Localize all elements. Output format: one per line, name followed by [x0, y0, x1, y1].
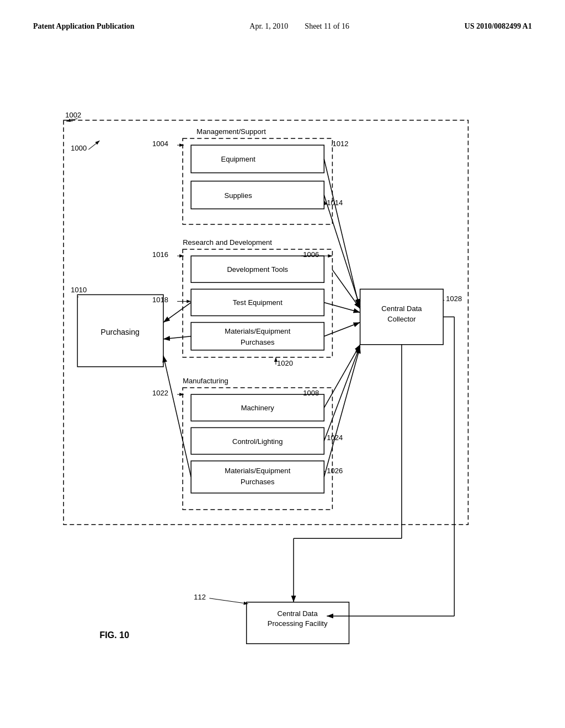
page: Patent Application Publication Apr. 1, 2…: [0, 0, 565, 728]
svg-line-23: [324, 346, 360, 441]
svg-line-19: [332, 270, 360, 308]
svg-line-24: [324, 347, 360, 477]
label-mfg-materials-2: Purchases: [241, 478, 275, 486]
label-1008: 1008: [303, 389, 319, 397]
label-cdpf-2: Processing Facility: [268, 619, 328, 628]
label-rd-materials-2: Purchases: [241, 338, 275, 346]
label-1028: 1028: [446, 295, 462, 303]
label-1016: 1016: [152, 250, 168, 259]
label-machinery: Machinery: [241, 404, 275, 412]
svg-line-20: [324, 302, 360, 312]
label-1012: 1012: [332, 140, 348, 148]
label-test-equipment: Test Equipment: [233, 298, 282, 307]
label-1002: 1002: [65, 111, 81, 119]
header-publication-type: Patent Application Publication: [33, 22, 135, 31]
header-center: Apr. 1, 2010 Sheet 11 of 16: [249, 22, 349, 31]
svg-line-17: [324, 159, 359, 306]
label-management-support: Management/Support: [196, 127, 266, 136]
label-1000: 1000: [71, 144, 87, 152]
label-112: 112: [194, 593, 206, 601]
svg-line-25: [163, 302, 191, 322]
svg-line-18: [324, 195, 360, 307]
header-patent: US 2010/0082499 A1: [465, 22, 532, 31]
label-cdpf-1: Central Data: [277, 609, 318, 618]
header-date: Apr. 1, 2010: [249, 22, 288, 31]
label-manufacturing: Manufacturing: [183, 377, 228, 385]
figure-label: FIG. 10: [100, 630, 130, 640]
label-1026: 1026: [327, 467, 343, 475]
label-1010: 1010: [71, 286, 87, 294]
svg-line-22: [324, 345, 360, 408]
mfg-materials-box: [191, 461, 324, 493]
supplies-box: [191, 181, 324, 208]
svg-line-26: [163, 336, 191, 339]
equipment-box: [191, 145, 324, 173]
svg-line-21: [324, 323, 360, 336]
label-1018: 1018: [152, 296, 168, 304]
label-equipment: Equipment: [221, 155, 255, 163]
label-control-lighting: Control/Lighting: [232, 437, 282, 446]
page-header: Patent Application Publication Apr. 1, 2…: [33, 22, 532, 31]
header-sheet: Sheet 11 of 16: [305, 22, 349, 31]
label-1006: 1006: [303, 250, 319, 259]
diagram-area: 1002 1000 Management/Support 1004 1012 E…: [33, 55, 532, 695]
label-rd-materials-1: Materials/Equipment: [225, 327, 290, 335]
label-supplies: Supplies: [225, 191, 253, 200]
svg-line-27: [163, 356, 191, 477]
svg-line-4: [88, 141, 99, 149]
label-1020: 1020: [277, 359, 293, 367]
label-central-data-collector-2: Collector: [387, 315, 416, 323]
label-purchasing: Purchasing: [101, 328, 140, 336]
label-central-data-collector-1: Central Data: [381, 304, 422, 313]
label-1004: 1004: [152, 140, 168, 148]
diagram-svg: 1002 1000 Management/Support 1004 1012 E…: [33, 55, 532, 695]
label-research-development: Research and Development: [183, 238, 272, 247]
svg-line-34: [209, 598, 248, 604]
label-development-tools: Development Tools: [227, 265, 288, 274]
label-1022: 1022: [152, 389, 168, 397]
label-mfg-materials-1: Materials/Equipment: [225, 467, 290, 475]
